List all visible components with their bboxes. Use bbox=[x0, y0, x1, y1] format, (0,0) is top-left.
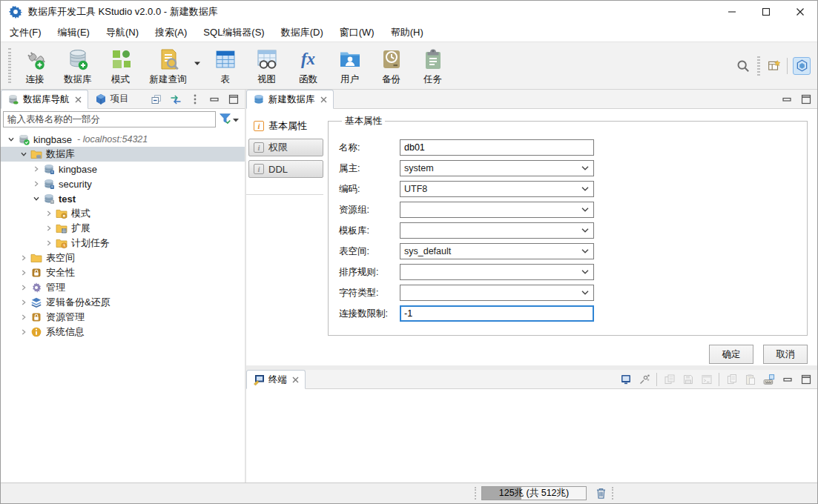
menu-item-database[interactable]: 数据库(D) bbox=[275, 24, 329, 42]
chevron-down-icon[interactable] bbox=[5, 133, 17, 145]
resource-group-select[interactable] bbox=[400, 202, 594, 218]
table-filter-input[interactable] bbox=[3, 111, 216, 127]
tree-item[interactable]: kingbase bbox=[1, 162, 245, 176]
search-icon[interactable] bbox=[736, 59, 751, 73]
toolbar-label: 用户 bbox=[340, 73, 359, 86]
tablespace-select[interactable]: sys_default bbox=[400, 243, 594, 259]
toolbar-view-button[interactable]: 视图 bbox=[246, 46, 288, 87]
window-title: 数据库开发工具 KStudio v2.0.0 - 新建数据库 bbox=[28, 5, 218, 19]
terminal-console[interactable] bbox=[246, 389, 817, 483]
menu-item-navigate[interactable]: 导航(N) bbox=[100, 24, 145, 42]
minimize-icon[interactable] bbox=[208, 93, 220, 105]
form-tab-basic[interactable]: i 基本属性 bbox=[248, 117, 323, 135]
tree-item[interactable]: security bbox=[1, 176, 245, 191]
window-minimize-button[interactable] bbox=[715, 1, 749, 23]
chevron-right-icon[interactable] bbox=[30, 178, 42, 190]
chevron-right-icon[interactable] bbox=[18, 252, 30, 264]
view-menu-icon[interactable] bbox=[188, 93, 201, 105]
maximize-icon[interactable] bbox=[227, 93, 240, 105]
tree-item[interactable]: 安全性 bbox=[1, 265, 245, 280]
chevron-right-icon[interactable] bbox=[18, 311, 30, 323]
menu-item-edit[interactable]: 编辑(E) bbox=[52, 24, 96, 42]
tree-item[interactable]: 数据库 bbox=[1, 147, 245, 162]
toolbar-user-button[interactable]: 用户 bbox=[329, 46, 371, 87]
chevron-right-icon[interactable] bbox=[43, 208, 55, 219]
name-field[interactable] bbox=[400, 139, 594, 156]
panel-tab-db-navigator[interactable]: 数据库导航 bbox=[1, 90, 88, 109]
close-icon[interactable] bbox=[320, 96, 327, 103]
pin-icon[interactable] bbox=[638, 373, 650, 385]
close-icon[interactable] bbox=[75, 96, 82, 103]
tree-item[interactable]: 表空间 bbox=[1, 251, 245, 265]
tree-item[interactable]: 逻辑备份&还原 bbox=[1, 295, 245, 310]
form-tab-ddl[interactable]: i DDL bbox=[248, 160, 323, 178]
toolbar-database-button[interactable]: 数据库 bbox=[56, 46, 100, 87]
chevron-right-icon[interactable] bbox=[18, 326, 30, 338]
tree-item[interactable]: kingbase - localhost:54321 bbox=[1, 132, 245, 147]
garbage-collect-icon[interactable] bbox=[594, 486, 608, 500]
cancel-button[interactable]: 取消 bbox=[763, 345, 808, 364]
filter-menu-arrow-icon[interactable] bbox=[233, 114, 239, 125]
tree-item[interactable]: 计划任务 bbox=[1, 236, 245, 251]
toolbar-function-button[interactable]: fx 函数 bbox=[288, 46, 329, 87]
chevron-right-icon[interactable] bbox=[43, 222, 55, 234]
toolbar-drag-handle[interactable] bbox=[8, 48, 11, 83]
minimize-icon[interactable] bbox=[780, 93, 793, 105]
owner-select[interactable]: system bbox=[400, 160, 594, 176]
toolbar-connect-button[interactable]: 连接 bbox=[14, 46, 56, 87]
toolbar-backup-button[interactable]: 备份 bbox=[371, 46, 412, 87]
filter-funnel-icon[interactable] bbox=[219, 112, 231, 127]
panel-tab-project[interactable]: 项目 bbox=[88, 90, 136, 108]
monitor-icon[interactable] bbox=[619, 373, 632, 385]
menu-item-search[interactable]: 搜索(A) bbox=[149, 24, 193, 42]
window-maximize-button[interactable] bbox=[749, 1, 783, 23]
chevron-down-icon[interactable] bbox=[18, 148, 30, 160]
tree-item[interactable]: test bbox=[1, 191, 245, 206]
conn-limit-field[interactable] bbox=[400, 305, 594, 322]
link-editor-icon[interactable] bbox=[169, 93, 182, 105]
maximize-icon[interactable] bbox=[799, 93, 812, 105]
maximize-icon[interactable] bbox=[799, 373, 812, 385]
window-close-button[interactable] bbox=[783, 1, 817, 23]
minimize-icon[interactable] bbox=[781, 373, 794, 385]
dropdown-arrow-icon[interactable] bbox=[194, 57, 200, 67]
editor-tab-new-database[interactable]: 新建数据库 bbox=[246, 90, 334, 109]
char-type-select[interactable] bbox=[400, 285, 594, 301]
security-lock-icon bbox=[30, 267, 43, 279]
folder-extension-icon bbox=[56, 222, 68, 234]
tree-item[interactable]: 扩展 bbox=[1, 221, 245, 236]
open-perspective-icon[interactable] bbox=[767, 59, 782, 73]
terminal-tab[interactable]: 终端 bbox=[246, 370, 306, 389]
menu-item-window[interactable]: 窗口(W) bbox=[334, 24, 380, 42]
toolbar-new-query-button[interactable]: 新建查询 bbox=[142, 46, 205, 87]
collation-select[interactable] bbox=[400, 264, 594, 280]
template-db-select[interactable] bbox=[400, 222, 594, 239]
tree-item[interactable]: 模式 bbox=[1, 206, 245, 221]
tree-item[interactable]: 系统信息 bbox=[1, 325, 245, 339]
close-icon[interactable] bbox=[292, 377, 299, 383]
toolbar-schema-button[interactable]: 模式 bbox=[100, 46, 142, 87]
chevron-right-icon[interactable] bbox=[43, 237, 55, 249]
menu-item-help[interactable]: 帮助(H) bbox=[385, 24, 429, 42]
chevron-right-icon[interactable] bbox=[18, 282, 30, 294]
form-tab-privileges[interactable]: i 权限 bbox=[248, 139, 323, 156]
menu-item-file[interactable]: 文件(F) bbox=[4, 24, 47, 42]
tree-item[interactable]: 资源管理 bbox=[1, 310, 245, 325]
heap-status-widget[interactable]: 125兆 (共 512兆) bbox=[481, 486, 587, 500]
keyboard-icon[interactable] bbox=[762, 373, 775, 385]
chevron-right-icon[interactable] bbox=[18, 267, 30, 279]
terminal-tab-icon bbox=[253, 374, 265, 385]
toolbar-table-button[interactable]: 表 bbox=[205, 46, 246, 87]
perspective-icon[interactable] bbox=[793, 57, 811, 75]
ok-button[interactable]: 确定 bbox=[709, 345, 753, 364]
toolbar-task-button[interactable]: 任务 bbox=[412, 46, 454, 87]
encoding-select[interactable]: UTF8 bbox=[400, 181, 594, 197]
schema-icon bbox=[108, 47, 133, 72]
chevron-down-icon[interactable] bbox=[30, 193, 42, 205]
tree-item[interactable]: 管理 bbox=[1, 280, 245, 295]
collapse-all-icon[interactable] bbox=[150, 93, 162, 105]
menu-item-sql-editor[interactable]: SQL编辑器(S) bbox=[197, 24, 270, 42]
chevron-right-icon[interactable] bbox=[18, 296, 30, 308]
chevron-right-icon[interactable] bbox=[30, 163, 42, 175]
user-icon bbox=[337, 47, 363, 72]
